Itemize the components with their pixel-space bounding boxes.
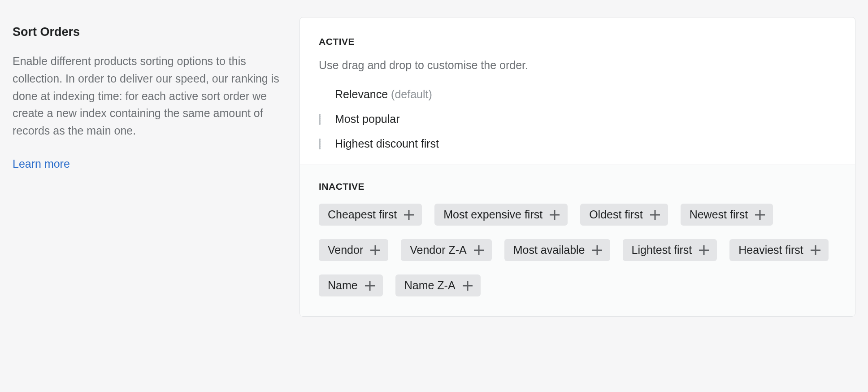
sidebar-info: Sort Orders Enable different products so… [13,17,282,170]
chip-oldest-first[interactable]: Oldest first [580,204,668,226]
plus-icon [463,281,473,291]
plus-icon [699,245,709,255]
chip-label: Vendor [328,244,363,256]
chip-name-z-a[interactable]: Name Z-A [395,274,481,296]
chip-vendor[interactable]: Vendor [319,239,388,261]
active-item-highest-discount[interactable]: Highest discount first [319,137,836,150]
drag-handle-icon[interactable] [319,114,326,125]
active-list: Relevance (default) Most popular Highest… [319,88,836,150]
plus-icon [755,210,765,220]
default-tag: (default) [391,88,432,100]
chip-label: Name Z-A [404,280,456,291]
chip-most-expensive-first[interactable]: Most expensive first [434,204,568,226]
plus-icon [370,245,380,255]
plus-icon [404,210,414,220]
plus-icon [365,281,375,291]
plus-icon [550,210,560,220]
chip-cheapest-first[interactable]: Cheapest first [319,204,422,226]
chip-label: Vendor Z-A [410,244,466,256]
plus-icon [474,245,484,255]
chip-label: Lightest first [632,244,692,256]
inactive-heading: INACTIVE [319,181,836,192]
chip-label: Most available [513,244,585,256]
chip-vendor-z-a[interactable]: Vendor Z-A [401,239,491,261]
active-item-relevance[interactable]: Relevance (default) [319,88,836,101]
chip-label: Most expensive first [443,209,542,220]
active-heading: ACTIVE [319,36,836,47]
drag-handle-icon[interactable] [319,139,326,149]
sort-orders-card: ACTIVE Use drag and drop to customise th… [299,17,855,317]
active-item-label: Relevance [335,88,388,100]
chip-newest-first[interactable]: Newest first [681,204,773,226]
chip-label: Newest first [690,209,748,220]
active-section: ACTIVE Use drag and drop to customise th… [300,17,855,165]
chip-label: Oldest first [589,209,642,220]
chip-label: Name [328,280,358,291]
learn-more-link[interactable]: Learn more [13,157,70,170]
plus-icon [592,245,602,255]
active-item-label: Most popular [335,113,400,126]
chip-heaviest-first[interactable]: Heaviest first [729,239,828,261]
chip-lightest-first[interactable]: Lightest first [623,239,717,261]
plus-icon [811,245,820,255]
section-title: Sort Orders [13,25,282,39]
active-item-label: Highest discount first [335,137,439,150]
plus-icon [650,210,660,220]
active-hint: Use drag and drop to customise the order… [319,59,836,72]
chip-label: Cheapest first [328,209,397,220]
chip-most-available[interactable]: Most available [504,239,610,261]
inactive-section: INACTIVE Cheapest first Most expensive f… [300,165,855,316]
chip-label: Heaviest first [738,244,803,256]
chip-name[interactable]: Name [319,274,383,296]
section-description: Enable different products sorting option… [13,52,282,139]
active-item-most-popular[interactable]: Most popular [319,113,836,126]
inactive-chip-row: Cheapest first Most expensive first Olde… [319,204,836,296]
